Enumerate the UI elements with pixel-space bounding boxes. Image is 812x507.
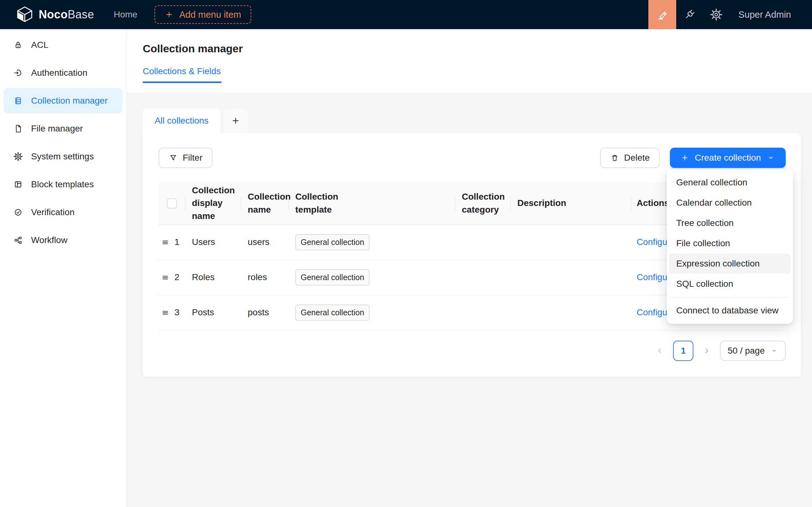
sidebar-item-system-settings[interactable]: System settings xyxy=(4,144,122,169)
add-category-tab-button[interactable] xyxy=(223,108,248,133)
sidebar-item-acl[interactable]: ACL xyxy=(4,32,122,58)
sidebar-item-label: Block templates xyxy=(31,179,94,189)
plus-icon xyxy=(231,116,241,125)
filter-button-label: Filter xyxy=(183,153,202,163)
sidebar-item-label: Collection manager xyxy=(31,96,107,106)
cell-display-name: Roles xyxy=(186,271,241,284)
page-size-select[interactable]: 50 / page xyxy=(720,341,786,361)
header-template: Collection template xyxy=(289,190,455,216)
cell-template: General collection xyxy=(289,269,455,285)
page-number-button[interactable]: 1 xyxy=(673,341,693,361)
filter-icon xyxy=(169,153,177,162)
row-index: 2 xyxy=(174,271,180,284)
brand-name-light: Base xyxy=(67,8,94,21)
template-tag: General collection xyxy=(295,269,369,285)
sidebar-item-label: File manager xyxy=(31,124,83,134)
sidebar-item-label: ACL xyxy=(31,40,48,50)
layout-icon xyxy=(13,180,23,189)
login-icon xyxy=(13,68,23,78)
cell-display-name: Posts xyxy=(186,306,241,319)
menu-item-general-collection[interactable]: General collection xyxy=(669,172,791,193)
template-tag: General collection xyxy=(295,234,369,250)
sidebar-item-file-manager[interactable]: File manager xyxy=(4,116,122,141)
cell-template: General collection xyxy=(289,234,455,250)
header-display-name: Collection display name xyxy=(186,184,241,223)
chevron-left-icon xyxy=(655,346,664,355)
sidebar-item-collection-manager[interactable]: Collection manager xyxy=(4,88,122,113)
drag-handle-icon[interactable] xyxy=(161,238,169,246)
drag-handle-icon[interactable] xyxy=(161,308,169,317)
cell-template: General collection xyxy=(289,304,455,320)
row-handle-cell: 2 xyxy=(159,271,186,284)
plug-icon xyxy=(683,8,696,21)
row-index: 3 xyxy=(174,306,180,319)
menu-item-connect-database-view[interactable]: Connect to database view xyxy=(669,300,791,321)
menu-item-home[interactable]: Home xyxy=(113,9,137,20)
chevron-right-icon xyxy=(702,346,711,355)
plus-icon xyxy=(681,154,689,162)
tab-collections-and-fields[interactable]: Collections & Fields xyxy=(143,63,221,83)
row-handle-cell: 3 xyxy=(159,306,186,319)
sidebar-item-label: Verification xyxy=(31,207,74,217)
lock-icon xyxy=(13,40,23,50)
menu-item-calendar-collection[interactable]: Calendar collection xyxy=(669,193,791,213)
highlighter-icon xyxy=(656,8,669,21)
menu-item-tree-collection[interactable]: Tree collection xyxy=(669,213,791,233)
topbar-right-actions: Super Admin xyxy=(648,0,812,29)
sidebar-item-block-templates[interactable]: Block templates xyxy=(4,172,122,197)
cell-display-name: Users xyxy=(186,236,241,249)
cell-name: users xyxy=(241,236,289,249)
cell-name: posts xyxy=(241,306,289,319)
create-collection-button[interactable]: Create collection xyxy=(670,148,786,168)
filter-button[interactable]: Filter xyxy=(159,148,212,168)
current-user-menu[interactable]: Super Admin xyxy=(739,9,791,20)
delete-button-label: Delete xyxy=(624,153,650,163)
cube-logo-icon xyxy=(16,6,34,23)
create-collection-dropdown-menu: General collection Calendar collection T… xyxy=(667,169,793,324)
menu-item-file-collection[interactable]: File collection xyxy=(669,233,791,253)
drag-handle-icon[interactable] xyxy=(161,274,169,282)
menu-item-sql-collection[interactable]: SQL collection xyxy=(669,274,791,294)
select-all-checkbox[interactable] xyxy=(167,199,177,209)
page-header: Collection manager Collections & Fields xyxy=(127,29,812,93)
header-name: Collection name xyxy=(241,190,289,216)
create-collection-label: Create collection xyxy=(695,153,761,163)
trash-icon xyxy=(610,153,619,162)
settings-sidebar: ACL Authentication Collection manager Fi… xyxy=(0,29,127,507)
tab-all-collections[interactable]: All collections xyxy=(143,108,220,133)
page-tab-bar: Collections & Fields xyxy=(143,63,812,83)
sidebar-item-label: Authentication xyxy=(31,68,87,78)
settings-center-button[interactable] xyxy=(703,0,729,29)
pagination: 1 50 / page xyxy=(159,341,786,361)
header-description: Description xyxy=(511,197,631,210)
ui-editor-button[interactable] xyxy=(648,0,676,29)
check-circle-icon xyxy=(13,208,23,217)
page-title: Collection manager xyxy=(143,29,812,55)
cell-name: roles xyxy=(241,271,289,284)
row-handle-cell: 1 xyxy=(159,236,186,249)
brand-name-bold: Noco xyxy=(39,8,67,21)
file-icon xyxy=(13,124,23,133)
chevron-down-icon xyxy=(770,347,778,354)
sidebar-item-authentication[interactable]: Authentication xyxy=(4,60,122,86)
header-select-cell xyxy=(159,199,186,209)
sidebar-item-workflow[interactable]: Workflow xyxy=(4,228,122,253)
database-icon xyxy=(13,96,23,106)
workflow-icon xyxy=(13,235,23,245)
collection-category-tabs: All collections xyxy=(143,108,801,133)
delete-button[interactable]: Delete xyxy=(600,148,660,168)
brand-name: NocoBase xyxy=(39,8,94,21)
plugin-manager-button[interactable] xyxy=(676,0,703,29)
sidebar-item-verification[interactable]: Verification xyxy=(4,200,122,225)
gear-icon xyxy=(710,8,722,21)
gear-icon xyxy=(13,152,23,161)
nocobase-logo[interactable]: NocoBase xyxy=(16,6,94,23)
page-size-value: 50 / page xyxy=(728,346,765,356)
plus-icon xyxy=(165,10,173,19)
add-menu-item-button[interactable]: Add menu item xyxy=(154,5,251,24)
row-index: 1 xyxy=(174,236,180,249)
menu-item-expression-collection[interactable]: Expression collection xyxy=(669,253,791,274)
previous-page-button[interactable] xyxy=(653,341,667,361)
add-menu-item-label: Add menu item xyxy=(179,9,241,20)
next-page-button[interactable] xyxy=(700,341,714,361)
